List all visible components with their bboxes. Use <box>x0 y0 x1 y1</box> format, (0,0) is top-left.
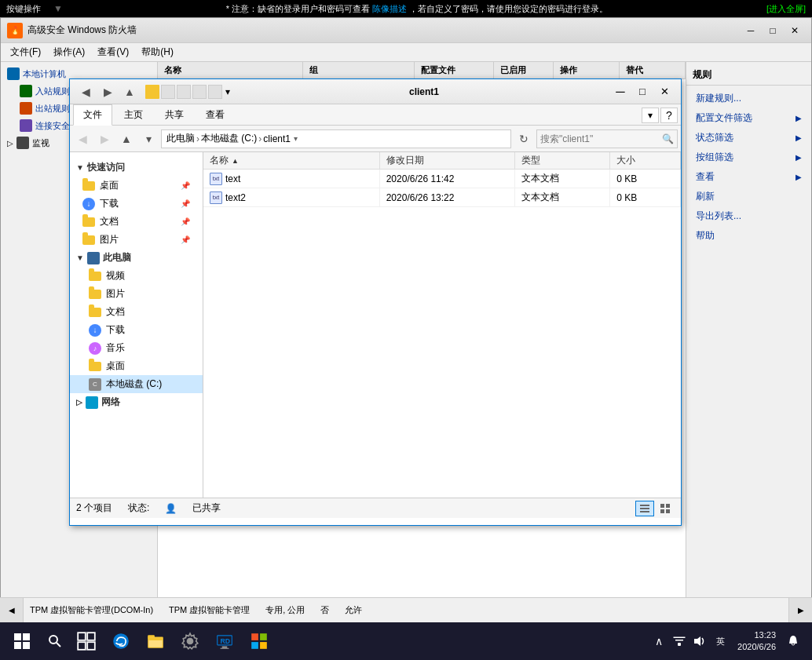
view-details-btn[interactable] <box>635 501 654 516</box>
scroll-right-btn[interactable]: ▶ <box>788 598 812 622</box>
volume-icon[interactable] <box>690 632 709 651</box>
edge-icon[interactable] <box>104 624 138 658</box>
col-header-name[interactable]: 名称 ▲ <box>203 152 380 169</box>
properties-icon[interactable] <box>161 85 175 99</box>
search-input[interactable] <box>540 133 662 144</box>
firewall-menu-view[interactable]: 查看(V) <box>91 44 135 60</box>
col-name[interactable]: 名称 <box>158 62 303 78</box>
action-new-rule[interactable]: 新建规则... <box>686 89 811 108</box>
explorer-minimize-btn[interactable]: ─ <box>610 84 631 100</box>
store-icon[interactable] <box>242 624 276 658</box>
tab-home[interactable]: 主页 <box>114 104 153 125</box>
explorer-maximize-btn[interactable]: □ <box>632 84 653 100</box>
svg-rect-3 <box>660 504 664 508</box>
svg-rect-28 <box>678 643 681 646</box>
nav-videos[interactable]: 视频 <box>70 267 203 285</box>
nav-pictures[interactable]: 图片 📌 <box>70 231 203 249</box>
file-row-text[interactable]: txt text 2020/6/26 11:42 文本文档 0 KB <box>203 170 681 188</box>
path-thispc: 此电脑 <box>166 132 195 145</box>
notification-fullscreen[interactable]: [进入全屏] <box>766 3 806 15</box>
keyboard-icon[interactable]: 英 <box>711 632 730 651</box>
chevron-up-icon[interactable]: ∧ <box>649 632 668 651</box>
col-enabled[interactable]: 已启用 <box>494 62 554 78</box>
addr-up-btn[interactable]: ▲ <box>117 129 136 148</box>
firewall-menu-file[interactable]: 文件(F) <box>4 44 47 60</box>
refresh-btn[interactable]: ↻ <box>514 129 533 148</box>
status-label: 状态: <box>128 501 149 515</box>
col-header-type[interactable]: 类型 <box>515 152 610 169</box>
desktop-folder-icon <box>82 181 95 191</box>
toolbar-icon-5[interactable] <box>208 85 222 99</box>
up-btn[interactable]: ▲ <box>120 82 139 101</box>
nav-music[interactable]: ♪ 音乐 <box>70 339 203 357</box>
firewall-menu-action[interactable]: 操作(A) <box>47 44 91 60</box>
firewall-close-btn[interactable]: ✕ <box>785 23 805 38</box>
notification-link[interactable]: 陈像描述 <box>372 4 407 13</box>
nav-pc-pictures[interactable]: 图片 <box>70 285 203 303</box>
firewall-menu-help[interactable]: 帮助(H) <box>135 44 180 60</box>
settings-icon[interactable] <box>173 624 207 658</box>
tab-file[interactable]: 文件 <box>73 104 112 126</box>
action-filter-profile[interactable]: 配置文件筛选 ▶ <box>686 108 811 128</box>
nav-pc-downloads[interactable]: ↓ 下载 <box>70 321 203 339</box>
nav-local-disk[interactable]: C 本地磁盘 (C:) <box>70 375 203 393</box>
view-tiles-btn[interactable] <box>656 501 675 516</box>
forward-btn[interactable]: ▶ <box>98 82 117 101</box>
thispc-header[interactable]: ▼ 此电脑 <box>70 249 203 267</box>
explorer-titlebar: ◀ ▶ ▲ ▾ client1 ─ □ ✕ <box>70 79 681 104</box>
system-clock[interactable]: 13:23 2020/6/26 <box>731 626 782 657</box>
firewall-minimize-btn[interactable]: ─ <box>741 23 761 38</box>
tab-view[interactable]: 查看 <box>196 104 235 125</box>
action-export[interactable]: 导出列表... <box>686 206 811 226</box>
address-path-input[interactable]: 此电脑 › 本地磁盘 (C:) › client1 ▾ <box>161 129 511 148</box>
scroll-left-btn[interactable]: ◀ <box>0 598 24 622</box>
action-refresh[interactable]: 刷新 <box>686 187 811 206</box>
new-folder-icon[interactable] <box>145 85 159 99</box>
network-header[interactable]: ▷ 网络 <box>70 393 203 411</box>
ribbon-help-btn[interactable]: ? <box>660 108 678 123</box>
network-tray-icon[interactable] <box>670 632 689 651</box>
start-button[interactable] <box>3 622 41 660</box>
notification-bell-icon[interactable] <box>784 632 803 651</box>
addr-forward-btn[interactable]: ▶ <box>95 129 114 148</box>
col-action[interactable]: 操作 <box>554 62 620 78</box>
firewall-maximize-btn[interactable]: □ <box>763 23 783 38</box>
file-row-text2[interactable]: txt text2 2020/6/26 13:22 文本文档 0 KB <box>203 188 681 207</box>
action-help[interactable]: 帮助 <box>686 226 811 246</box>
nav-desktop[interactable]: 桌面 📌 <box>70 177 203 195</box>
addr-back-btn[interactable]: ◀ <box>73 129 92 148</box>
addr-down-btn[interactable]: ▾ <box>139 129 158 148</box>
task-view-btn[interactable] <box>69 624 104 658</box>
back-btn[interactable]: ◀ <box>76 82 95 101</box>
quick-access-collapse-icon: ▼ <box>76 163 84 172</box>
search-button[interactable] <box>41 627 69 655</box>
col-profile[interactable]: 配置文件 <box>415 62 494 78</box>
nav-documents[interactable]: 文档 📌 <box>70 213 203 231</box>
notification-left[interactable]: 按键操作 <box>6 3 41 15</box>
col-header-size[interactable]: 大小 <box>610 152 681 169</box>
toolbar-icon-4[interactable] <box>192 85 207 99</box>
rename-icon[interactable] <box>177 85 191 99</box>
col-header-date[interactable]: 修改日期 <box>380 152 516 169</box>
action-filter-status[interactable]: 状态筛选 ▶ <box>686 128 811 148</box>
nav-pc-documents[interactable]: 文档 <box>70 303 203 321</box>
remote-desktop-icon[interactable]: RD <box>207 624 242 658</box>
explorer-close-btn[interactable]: ✕ <box>654 84 675 100</box>
nav-downloads[interactable]: ↓ 下载 📌 <box>70 195 203 213</box>
path-dropdown-icon[interactable]: ▾ <box>294 134 298 143</box>
quick-access-header[interactable]: ▼ 快速访问 <box>70 159 203 177</box>
action-filter-group[interactable]: 按组筛选 ▶ <box>686 148 811 167</box>
ribbon-expand: ▾ ? <box>642 108 678 123</box>
nav-pc-desktop[interactable]: 桌面 <box>70 357 203 375</box>
ribbon-expand-btn[interactable]: ▾ <box>642 108 659 123</box>
svg-rect-6 <box>666 509 670 513</box>
toolbar-dropdown-icon[interactable]: ▾ <box>224 85 232 99</box>
tab-share[interactable]: 共享 <box>155 104 194 125</box>
search-icon[interactable]: 🔍 <box>662 133 674 144</box>
action-view[interactable]: 查看 ▶ <box>686 167 811 187</box>
network-collapse-icon: ▷ <box>76 398 82 407</box>
download-icon: ↓ <box>82 198 95 210</box>
explorer-taskbar-icon[interactable] <box>138 624 173 658</box>
col-group[interactable]: 组 <box>303 62 415 78</box>
col-override[interactable]: 替代 <box>620 62 686 78</box>
